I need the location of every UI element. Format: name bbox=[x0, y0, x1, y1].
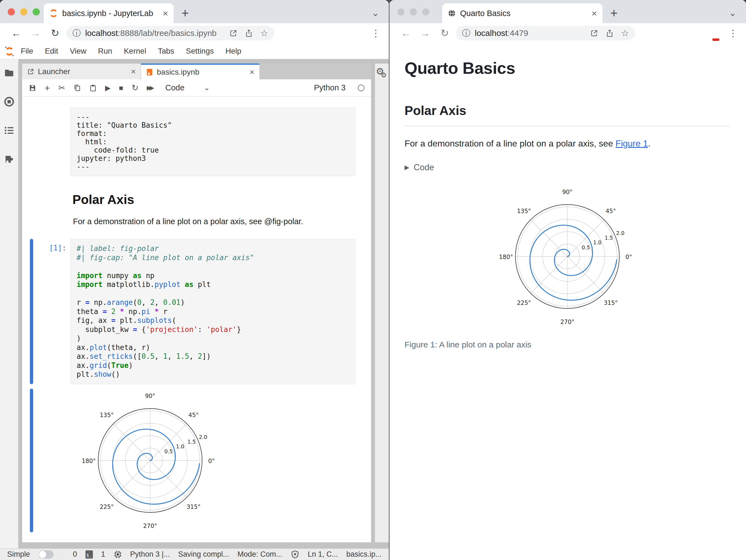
share-icon[interactable] bbox=[245, 29, 253, 37]
copy-cells-button[interactable] bbox=[74, 84, 81, 91]
cell-type-chevron-icon[interactable]: ⌄ bbox=[204, 84, 210, 92]
close-notebook-tab-icon[interactable]: × bbox=[250, 67, 254, 77]
cell-type-select[interactable]: Code bbox=[165, 83, 184, 92]
share-icon[interactable] bbox=[606, 29, 614, 37]
menu-item-settings[interactable]: Settings bbox=[180, 47, 220, 56]
svg-text:1.5: 1.5 bbox=[604, 235, 613, 241]
window-controls-inactive[interactable] bbox=[397, 8, 429, 16]
code-line: ax.grid(True) bbox=[77, 361, 349, 370]
notebook-icon bbox=[146, 68, 153, 76]
fold-caret-icon: ▶ bbox=[404, 164, 409, 171]
active-cell-indicator[interactable] bbox=[30, 239, 33, 384]
back-icon[interactable]: ← bbox=[7, 27, 26, 39]
save-button[interactable] bbox=[29, 84, 36, 91]
svg-text:270°: 270° bbox=[143, 523, 157, 529]
address-bar[interactable]: ⓘ localhost:4479 ☆ bbox=[456, 26, 635, 40]
paste-cells-button[interactable] bbox=[89, 84, 97, 91]
forward-icon[interactable]: → bbox=[26, 27, 45, 39]
globe-icon bbox=[448, 9, 456, 18]
simple-mode-toggle[interactable] bbox=[38, 550, 54, 559]
tab-search-chevron-icon[interactable]: ⌄ bbox=[372, 7, 380, 18]
reload-icon[interactable]: ↻ bbox=[45, 27, 65, 39]
open-in-new-icon[interactable] bbox=[590, 29, 598, 37]
site-info-icon[interactable]: ⓘ bbox=[73, 28, 81, 39]
menu-item-help[interactable]: Help bbox=[220, 47, 247, 56]
notebook-toolbar: + ✂ ▶ ■ ↻ ▶▶ Code bbox=[22, 79, 371, 96]
running-kernels-icon[interactable] bbox=[4, 96, 15, 107]
new-tab-button[interactable]: + bbox=[610, 7, 618, 19]
yaml-line: title: "Quarto Basics" bbox=[77, 121, 349, 129]
extension-manager-icon[interactable] bbox=[4, 154, 15, 165]
right-sidebar-strip: ⚙⚙ bbox=[375, 64, 389, 542]
yaml-line: code-fold: true bbox=[77, 146, 349, 154]
code-line: fig, ax = plt.subplots( bbox=[77, 316, 349, 325]
minimize-window-button[interactable] bbox=[410, 8, 417, 16]
trust-shield-icon[interactable] bbox=[291, 550, 299, 559]
svg-text:315°: 315° bbox=[604, 300, 618, 306]
browser-menu-icon[interactable]: ⋮ bbox=[371, 28, 380, 39]
property-inspector-icon[interactable]: ⚙⚙ bbox=[376, 67, 388, 80]
figure-link[interactable]: Figure 1 bbox=[615, 139, 648, 148]
kernel-name[interactable]: Python 3 bbox=[314, 83, 346, 92]
yaml-raw-cell[interactable]: ---title: "Quarto Basics"format: html: c… bbox=[70, 108, 355, 176]
restart-run-all-button[interactable]: ▶▶ bbox=[147, 85, 154, 91]
kernel-status-text[interactable]: Python 3 |... bbox=[130, 550, 170, 559]
browser-menu-icon[interactable]: ⋮ bbox=[728, 28, 738, 39]
svg-text:2.0: 2.0 bbox=[199, 434, 207, 440]
mode-indicator[interactable]: Mode: Com... bbox=[237, 550, 282, 559]
new-tab-button[interactable]: + bbox=[181, 7, 189, 19]
cut-cells-button[interactable]: ✂ bbox=[58, 84, 65, 92]
table-of-contents-icon[interactable] bbox=[4, 125, 15, 136]
menu-item-file[interactable]: File bbox=[15, 47, 39, 56]
kernel-status-icon bbox=[358, 85, 365, 91]
back-icon[interactable]: ← bbox=[396, 27, 415, 39]
browser-tab-quarto[interactable]: Quarto Basics × bbox=[442, 3, 602, 23]
menu-item-run[interactable]: Run bbox=[92, 47, 118, 56]
close-window-button[interactable] bbox=[8, 8, 15, 16]
menu-item-view[interactable]: View bbox=[64, 47, 92, 56]
browser-toolbar-right: ← → ↻ ⓘ localhost:4479 ☆ ⋮ bbox=[390, 23, 746, 43]
notebook-panel: Launcher × basics.ipynb × bbox=[22, 64, 371, 542]
zoom-window-button[interactable] bbox=[422, 8, 429, 16]
tab-launcher[interactable]: Launcher × bbox=[22, 64, 141, 79]
menu-item-kernel[interactable]: Kernel bbox=[118, 47, 152, 56]
bookmark-star-icon[interactable]: ☆ bbox=[621, 28, 629, 38]
browser-tab-jupyterlab[interactable]: basics.ipynb - JupyterLab × bbox=[44, 3, 174, 23]
menu-item-edit[interactable]: Edit bbox=[39, 47, 64, 56]
stop-kernel-button[interactable]: ■ bbox=[119, 84, 123, 91]
code-editor[interactable]: #| label: fig-polar#| fig-cap: "A line p… bbox=[70, 239, 355, 384]
output-cell-indicator[interactable] bbox=[30, 389, 33, 532]
jupyter-favicon bbox=[49, 9, 58, 18]
close-window-button[interactable] bbox=[397, 8, 404, 16]
file-browser-icon[interactable] bbox=[4, 67, 15, 79]
run-cell-button[interactable]: ▶ bbox=[105, 84, 111, 91]
zoom-window-button[interactable] bbox=[33, 8, 40, 16]
notebook-content: ---title: "Quarto Basics"format: html: c… bbox=[22, 96, 371, 542]
restart-kernel-button[interactable]: ↻ bbox=[132, 84, 139, 92]
open-in-new-icon[interactable] bbox=[229, 29, 237, 37]
minimize-window-button[interactable] bbox=[20, 8, 27, 16]
cursor-position[interactable]: Ln 1, C... bbox=[308, 550, 338, 559]
window-controls[interactable] bbox=[8, 8, 40, 16]
url-text[interactable]: localhost:4479 bbox=[475, 28, 583, 38]
close-tab-icon[interactable]: × bbox=[592, 8, 597, 18]
profile-indicator[interactable] bbox=[712, 38, 719, 41]
close-tab-icon[interactable]: × bbox=[163, 8, 168, 18]
url-text[interactable]: localhost:8888/lab/tree/basics.ipynb bbox=[85, 28, 222, 38]
tab-launcher-label: Launcher bbox=[38, 67, 70, 76]
code-line: #| fig-cap: "A line plot on a polar axis… bbox=[77, 253, 349, 262]
code-fold-label: Code bbox=[414, 163, 434, 173]
forward-icon[interactable]: → bbox=[415, 27, 435, 39]
close-launcher-tab-icon[interactable]: × bbox=[131, 67, 136, 76]
tab-search-chevron-icon[interactable]: ⌄ bbox=[729, 7, 737, 18]
svg-text:45°: 45° bbox=[188, 412, 199, 418]
address-bar[interactable]: ⓘ localhost:8888/lab/tree/basics.ipynb ☆ bbox=[66, 26, 274, 40]
saving-status: Saving compl... bbox=[178, 550, 229, 559]
bookmark-star-icon[interactable]: ☆ bbox=[260, 28, 268, 38]
reload-icon[interactable]: ↻ bbox=[435, 27, 454, 39]
menu-item-tabs[interactable]: Tabs bbox=[152, 47, 180, 56]
code-fold-toggle[interactable]: ▶ Code bbox=[404, 163, 730, 173]
tab-notebook[interactable]: basics.ipynb × bbox=[141, 64, 259, 79]
site-info-icon[interactable]: ⓘ bbox=[462, 28, 470, 39]
add-cell-button[interactable]: + bbox=[45, 83, 50, 93]
